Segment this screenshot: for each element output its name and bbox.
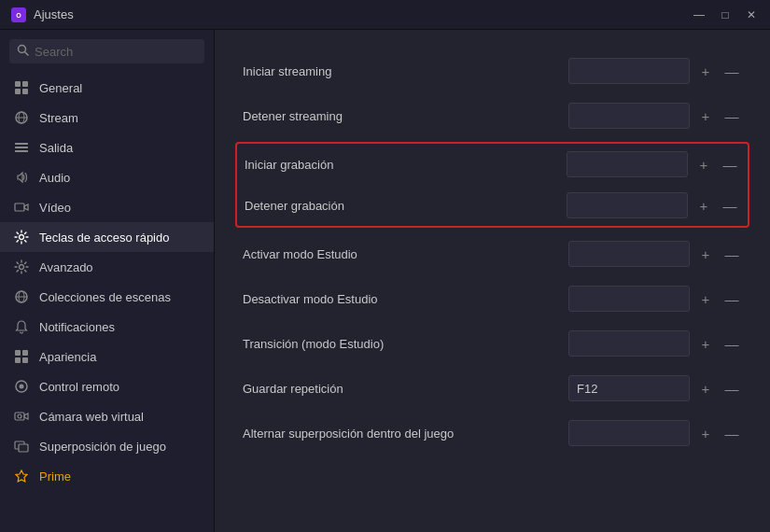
notificaciones-icon — [13, 318, 30, 335]
salida-icon — [13, 139, 30, 156]
video-icon — [13, 199, 30, 216]
svg-rect-13 — [15, 150, 28, 152]
hotkey-row-desactivar-estudio: Desactivar modo Estudio + — — [243, 276, 742, 321]
hotkey-remove-alternar-superposicion[interactable]: — — [721, 423, 742, 443]
svg-point-25 — [20, 385, 24, 389]
hotkey-input-wrap-alternar-superposicion: + — — [568, 420, 742, 446]
hotkey-remove-transicion-estudio[interactable]: — — [721, 333, 742, 354]
sidebar-item-video[interactable]: Vídeo — [0, 192, 214, 222]
sidebar-item-label-salida: Salida — [39, 141, 201, 155]
hotkey-label-detener-grabacion: Detener grabación — [245, 199, 567, 213]
app-title: Ajustes — [34, 7, 74, 21]
sidebar-item-camara[interactable]: Cámara web virtual — [0, 401, 214, 431]
hotkey-remove-detener-streaming[interactable]: — — [721, 105, 742, 126]
close-button[interactable]: ✕ — [744, 8, 759, 21]
colecciones-icon — [13, 288, 30, 305]
svg-rect-4 — [15, 81, 21, 87]
sidebar-item-avanzado[interactable]: Avanzado — [0, 252, 214, 282]
superposicion-icon — [13, 438, 30, 455]
svg-text:O: O — [16, 12, 21, 19]
sidebar-item-apariencia[interactable]: Apariencia — [0, 342, 214, 371]
hotkey-field-guardar-repeticion[interactable]: F12 — [568, 375, 690, 401]
svg-rect-21 — [22, 350, 28, 356]
svg-rect-12 — [15, 147, 28, 148]
hotkey-field-activar-estudio[interactable] — [568, 241, 690, 267]
hotkey-field-desactivar-estudio[interactable] — [568, 286, 690, 312]
search-input[interactable] — [35, 45, 197, 59]
sidebar-item-stream[interactable]: Stream — [0, 103, 214, 133]
svg-point-15 — [20, 235, 24, 240]
sidebar-item-label-prime: Prime — [39, 469, 201, 483]
hotkey-add-detener-streaming[interactable]: + — [695, 105, 716, 126]
sidebar-item-hotkeys[interactable]: Teclas de acceso rápido — [0, 222, 214, 252]
hotkey-row-detener-streaming: Detener streaming + — — [243, 93, 742, 138]
sidebar-item-control[interactable]: Control remoto — [0, 371, 214, 401]
hotkey-add-activar-estudio[interactable]: + — [695, 244, 716, 264]
hotkey-add-detener-grabacion[interactable]: + — [693, 195, 714, 216]
sidebar-item-label-camara: Cámara web virtual — [39, 410, 201, 424]
svg-rect-29 — [19, 444, 28, 452]
hotkey-add-desactivar-estudio[interactable]: + — [695, 288, 716, 309]
hotkey-row-transicion-estudio: Transición (modo Estudio) + — — [243, 321, 742, 366]
search-box[interactable] — [9, 39, 204, 63]
sidebar-item-colecciones[interactable]: Colecciones de escenas — [0, 282, 214, 312]
content-area: Iniciar streaming + — Detener streaming … — [215, 30, 770, 532]
hotkey-remove-desactivar-estudio[interactable]: — — [721, 288, 742, 309]
hotkey-field-detener-streaming[interactable] — [568, 103, 690, 129]
hotkey-add-iniciar-grabacion[interactable]: + — [693, 154, 714, 175]
sidebar-item-label-audio: Audio — [39, 171, 201, 185]
minimize-button[interactable]: — — [692, 8, 707, 21]
sidebar-item-label-control: Control remoto — [39, 380, 201, 394]
title-bar: O Ajustes — □ ✕ — [0, 0, 770, 30]
apariencia-icon — [13, 348, 30, 365]
hotkey-input-wrap-activar-estudio: + — — [568, 241, 742, 267]
stream-icon — [13, 109, 30, 126]
sidebar-item-prime[interactable]: Prime — [0, 461, 214, 491]
hotkey-row-activar-estudio: Activar modo Estudio + — — [243, 231, 742, 276]
svg-rect-7 — [22, 89, 28, 94]
svg-line-3 — [25, 52, 29, 56]
sidebar-item-general[interactable]: General — [0, 73, 214, 103]
svg-rect-23 — [22, 357, 28, 363]
sidebar-item-audio[interactable]: Audio — [0, 162, 214, 192]
hotkey-remove-detener-grabacion[interactable]: — — [720, 195, 740, 216]
hotkey-input-wrap-iniciar-streaming: + — — [568, 58, 742, 84]
sidebar-item-superposicion[interactable]: Superposición de juego — [0, 431, 214, 461]
hotkey-field-transicion-estudio[interactable] — [568, 330, 690, 357]
prime-icon — [13, 468, 30, 484]
hotkeys-icon — [13, 229, 30, 245]
hotkey-remove-iniciar-grabacion[interactable]: — — [720, 154, 740, 175]
sidebar-item-label-notificaciones: Notificaciones — [39, 320, 201, 334]
hotkey-add-transicion-estudio[interactable]: + — [695, 333, 716, 354]
audio-icon — [13, 169, 30, 186]
hotkey-label-activar-estudio: Activar modo Estudio — [243, 247, 568, 261]
avanzado-icon — [13, 259, 30, 275]
hotkey-remove-guardar-repeticion[interactable]: — — [721, 378, 742, 399]
hotkey-add-guardar-repeticion[interactable]: + — [695, 378, 716, 399]
hotkey-field-alternar-superposicion[interactable] — [568, 420, 690, 446]
hotkey-field-iniciar-grabacion[interactable] — [567, 151, 688, 177]
hotkey-add-iniciar-streaming[interactable]: + — [695, 61, 716, 81]
svg-rect-26 — [15, 413, 24, 420]
hotkey-label-desactivar-estudio: Desactivar modo Estudio — [243, 292, 568, 306]
control-icon — [13, 378, 30, 395]
sidebar-item-salida[interactable]: Salida — [0, 133, 214, 162]
sidebar-item-notificaciones[interactable]: Notificaciones — [0, 312, 214, 342]
hotkey-remove-activar-estudio[interactable]: — — [721, 244, 742, 264]
highlighted-group: Iniciar grabación + — Detener grabación … — [235, 142, 749, 228]
svg-rect-20 — [15, 350, 21, 356]
hotkey-label-alternar-superposicion: Alternar superposición dentro del juego — [243, 427, 568, 441]
maximize-button[interactable]: □ — [718, 8, 733, 21]
hotkey-label-transicion-estudio: Transición (modo Estudio) — [243, 337, 568, 351]
hotkey-add-alternar-superposicion[interactable]: + — [695, 423, 716, 443]
hotkey-field-iniciar-streaming[interactable] — [568, 58, 690, 84]
hotkey-field-detener-grabacion[interactable] — [567, 192, 688, 218]
hotkey-remove-iniciar-streaming[interactable]: — — [721, 61, 742, 81]
camara-icon — [13, 408, 30, 425]
hotkey-row-alternar-superposicion: Alternar superposición dentro del juego … — [243, 411, 742, 455]
sidebar-item-label-avanzado: Avanzado — [39, 260, 201, 274]
app-icon: O — [11, 7, 26, 22]
sidebar-item-label-colecciones: Colecciones de escenas — [39, 290, 201, 304]
hotkey-input-wrap-guardar-repeticion: F12 + — — [568, 375, 742, 401]
title-bar-left: O Ajustes — [11, 7, 74, 22]
